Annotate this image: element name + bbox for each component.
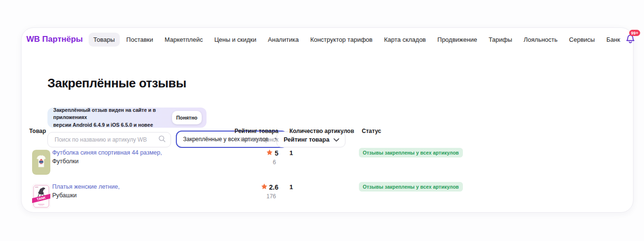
- header-status: Статус: [362, 128, 381, 134]
- main-card: WB Партнёры Товары Поставки Маркетплейс …: [21, 27, 633, 213]
- header-rating: Рейтинг товара: [211, 128, 278, 134]
- nav-item-warehouse-map[interactable]: Карта складов: [380, 33, 431, 47]
- top-navbar: WB Партнёры Товары Поставки Маркетплейс …: [22, 28, 633, 51]
- header-product: Товар: [29, 128, 46, 134]
- nav-item-tariff-constructor[interactable]: Конструктор тарифов: [305, 33, 377, 47]
- dress-image: TANK: [32, 184, 50, 209]
- main-navigation: Товары Поставки Маркетплейс Цены и скидк…: [89, 33, 625, 47]
- screen: WB Партнёры Товары Поставки Маркетплейс …: [0, 0, 644, 241]
- ratings-count: 176: [211, 193, 278, 200]
- product-info: Платья женские летние, Рубашки: [52, 183, 120, 199]
- table-row: TANK Платья женские летние, Рубашки 2.6 …: [22, 182, 633, 217]
- nav-item-tariffs[interactable]: Тарифы: [484, 33, 517, 47]
- nav-item-bank[interactable]: Банк: [601, 33, 625, 47]
- table-row: Футболка синяя спортивная 44 размер, Фут…: [22, 148, 633, 182]
- info-banner: Закреплённый отзыв виден на сайте и в пр…: [47, 108, 207, 128]
- nav-item-analytics[interactable]: Аналитика: [263, 33, 303, 47]
- rating-cell: 5 6: [211, 149, 278, 166]
- star-icon: [266, 149, 273, 157]
- ratings-count: 6: [211, 159, 278, 166]
- star-icon: [261, 183, 267, 192]
- header-quantity: Количество артикулов: [289, 128, 354, 134]
- nav-item-postavki[interactable]: Поставки: [122, 33, 158, 47]
- nav-item-marketplace[interactable]: Маркетплейс: [160, 33, 208, 47]
- banner-ok-button[interactable]: Понятно: [172, 111, 202, 124]
- product-category: Футболки: [52, 158, 162, 165]
- table-header: Товар Рейтинг товара Кол-во оценок Колич…: [22, 126, 633, 146]
- header-rating-sub: Кол-во оценок: [211, 136, 278, 143]
- rating-cell: 2.6 176: [211, 183, 278, 200]
- product-thumbnail[interactable]: TANK: [32, 184, 50, 209]
- nav-item-services[interactable]: Сервисы: [564, 33, 600, 47]
- info-banner-line1: Закреплённый отзыв виден на сайте и в пр…: [53, 107, 172, 121]
- articles-count: 1: [289, 183, 293, 191]
- product-title-link[interactable]: Платья женские летние,: [52, 183, 120, 190]
- nav-item-loyalty[interactable]: Лояльность: [519, 33, 563, 47]
- rating-value: 5: [275, 149, 278, 157]
- tshirt-image: [32, 150, 50, 175]
- status-badge: Отзывы закреплены у всех артикулов: [359, 182, 463, 192]
- nav-item-tovary[interactable]: Товары: [89, 33, 120, 47]
- notifications-count-badge: 99+: [629, 30, 640, 36]
- product-info: Футболка синяя спортивная 44 размер, Фут…: [52, 149, 162, 165]
- status-badge: Отзывы закреплены у всех артикулов: [359, 148, 463, 157]
- articles-count: 1: [289, 149, 293, 157]
- product-thumbnail[interactable]: [32, 150, 50, 175]
- nav-item-promotion[interactable]: Продвижение: [433, 33, 482, 47]
- product-title-link[interactable]: Футболка синяя спортивная 44 размер,: [52, 149, 162, 156]
- brand-logo[interactable]: WB Партнёры: [26, 35, 83, 44]
- notifications-button[interactable]: 99+: [625, 34, 636, 45]
- info-banner-text: Закреплённый отзыв виден на сайте и в пр…: [53, 107, 172, 129]
- product-category: Рубашки: [52, 192, 120, 199]
- rating-value: 2.6: [269, 183, 278, 191]
- nav-item-prices-discounts[interactable]: Цены и скидки: [209, 33, 261, 47]
- page-title: Закреплённые отзывы: [47, 76, 186, 91]
- navbar-right: 99+ 99+ Тест1: [625, 34, 644, 45]
